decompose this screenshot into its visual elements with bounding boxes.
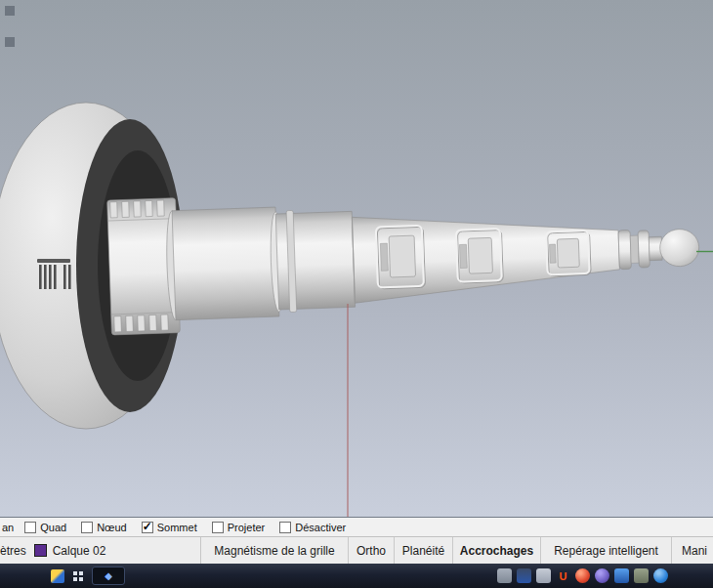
taskbar: ◆ U xyxy=(0,564,713,588)
model-3d-view[interactable] xyxy=(0,0,713,517)
colored-app-taskbar-icon[interactable] xyxy=(51,569,64,583)
status-pane-smarttrack[interactable]: Repérage intelligent xyxy=(541,537,672,564)
quad-checkbox[interactable] xyxy=(24,522,36,533)
osnap-partial-label: an xyxy=(2,522,14,533)
contacts-search-tray-icon[interactable] xyxy=(497,568,512,583)
layer-color-swatch[interactable] xyxy=(34,544,47,557)
desactiver-checkbox[interactable] xyxy=(279,522,291,533)
osnap-item-desactiver[interactable]: Désactiver xyxy=(279,522,346,533)
noeud-label: Nœud xyxy=(97,522,127,533)
pinned-app-button[interactable]: ◆ xyxy=(92,567,125,585)
status-pane-planar[interactable]: Planéité xyxy=(395,537,453,564)
sommet-label: Sommet xyxy=(157,522,197,533)
ball-tip xyxy=(659,229,699,267)
status-left-section: ètres Calque 02 xyxy=(0,537,201,564)
display-tray-icon[interactable] xyxy=(517,568,531,583)
taskbar-left-group: ◆ xyxy=(51,567,125,585)
status-pane-grid-snap[interactable]: Magnétisme de la grille xyxy=(201,537,349,564)
status-bar: ètres Calque 02 Magnétisme de la grille … xyxy=(0,537,713,564)
blue-ball-tray-icon[interactable] xyxy=(653,568,668,583)
cropped-toolbar-icons xyxy=(5,6,15,47)
osnap-item-noeud[interactable]: Nœud xyxy=(81,522,127,533)
units-partial-label: ètres xyxy=(0,544,26,558)
noeud-checkbox[interactable] xyxy=(81,522,93,533)
pinned-app-glyph: ◆ xyxy=(105,570,112,581)
projeter-label: Projeter xyxy=(228,522,266,533)
3d-viewport[interactable] xyxy=(0,0,713,518)
osnap-item-projeter[interactable]: Projeter xyxy=(212,522,266,533)
osnap-toolbar: an Quad Nœud Sommet Projeter Désactiver xyxy=(0,518,713,537)
blue-app-tray-icon[interactable] xyxy=(614,568,629,583)
osnap-item-sommet[interactable]: Sommet xyxy=(142,522,197,533)
status-pane-osnaps[interactable]: Accrochages xyxy=(453,537,541,564)
osnap-item-quad[interactable]: Quad xyxy=(24,522,66,533)
model-shaft xyxy=(107,180,701,335)
system-tray: U xyxy=(497,568,668,583)
utorrent-tray-icon[interactable]: U xyxy=(556,568,570,583)
purple-ball-tray-icon[interactable] xyxy=(595,568,609,583)
status-pane-ortho[interactable]: Ortho xyxy=(349,537,395,564)
orange-ball-tray-icon[interactable] xyxy=(575,568,590,583)
current-layer-pane[interactable]: Calque 02 xyxy=(53,544,106,558)
desactiver-label: Désactiver xyxy=(295,522,346,533)
status-pane-gumball-partial[interactable]: Mani xyxy=(672,537,713,564)
sommet-checkbox[interactable] xyxy=(142,522,153,533)
keyboard-tray-icon[interactable] xyxy=(536,568,551,583)
green-shield-tray-icon[interactable] xyxy=(634,568,649,583)
projeter-checkbox[interactable] xyxy=(212,522,224,533)
quad-label: Quad xyxy=(40,522,66,533)
cad-application-window: an Quad Nœud Sommet Projeter Désactiver … xyxy=(0,0,713,588)
quick-launch-grid-icon[interactable] xyxy=(73,571,83,581)
